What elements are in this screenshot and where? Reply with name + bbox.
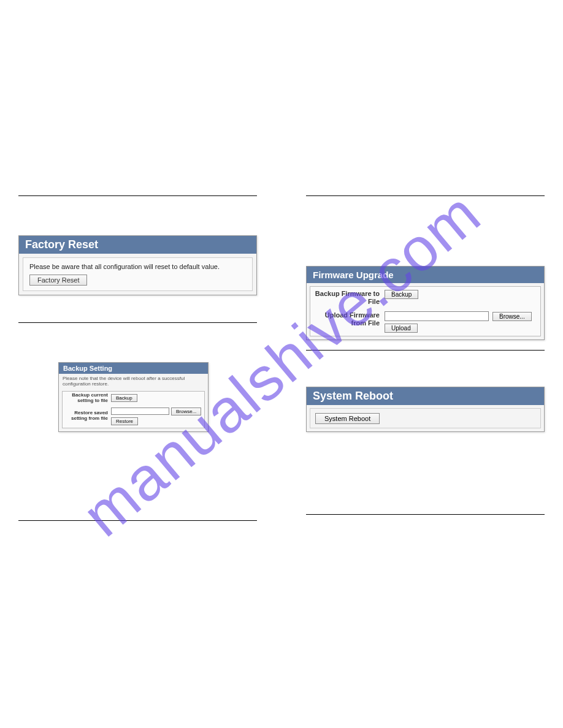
factory-reset-panel: Factory Reset Please be aware that all c… [18, 235, 257, 295]
system-reboot-panel: System Reboot System Reboot [306, 387, 545, 432]
fw-upload-button[interactable]: Upload [385, 324, 418, 333]
backup-setting-note: Please note that the device will reboot … [59, 374, 208, 390]
fw-upload-input[interactable] [385, 311, 489, 321]
factory-reset-message: Please be aware that all configuration w… [29, 263, 246, 270]
factory-reset-body: Please be aware that all configuration w… [23, 257, 253, 291]
restore-file-input[interactable] [111, 408, 169, 415]
fw-backup-row: Backup Firmware to File Backup [310, 287, 540, 308]
divider [306, 514, 545, 515]
backup-button[interactable]: Backup [111, 394, 137, 402]
restore-button[interactable]: Restore [111, 417, 138, 425]
restore-label: Restore saved setting from file [65, 411, 111, 422]
divider [18, 322, 257, 323]
factory-reset-title: Factory Reset [19, 236, 256, 254]
backup-setting-title: Backup Setting [59, 363, 208, 374]
restore-browse-button[interactable]: Browse... [171, 408, 201, 415]
system-reboot-button[interactable]: System Reboot [315, 413, 380, 424]
divider [306, 195, 545, 196]
fw-upload-row: Upload Firmware from File Browse... Uplo… [310, 308, 540, 336]
divider [18, 195, 257, 196]
firmware-upgrade-panel: Firmware Upgrade Backup Firmware to File… [306, 266, 545, 340]
divider [18, 520, 257, 521]
firmware-upgrade-title: Firmware Upgrade [307, 267, 544, 283]
system-reboot-title: System Reboot [307, 387, 544, 405]
fw-backup-button[interactable]: Backup [385, 290, 418, 299]
factory-reset-button[interactable]: Factory Reset [29, 275, 87, 286]
right-column: Firmware Upgrade Backup Firmware to File… [306, 193, 545, 523]
backup-setting-panel: Backup Setting Please note that the devi… [58, 362, 209, 432]
fw-upload-label: Upload Firmware from File [314, 311, 385, 333]
restore-row: Restore saved setting from file Browse..… [63, 406, 204, 428]
left-column: Factory Reset Please be aware that all c… [18, 193, 257, 523]
backup-row: Backup current setting to file Backup [63, 392, 204, 406]
divider [306, 350, 545, 351]
fw-browse-button[interactable]: Browse... [492, 312, 532, 321]
fw-backup-label: Backup Firmware to File [314, 290, 385, 305]
backup-current-label: Backup current setting to file [65, 393, 111, 404]
